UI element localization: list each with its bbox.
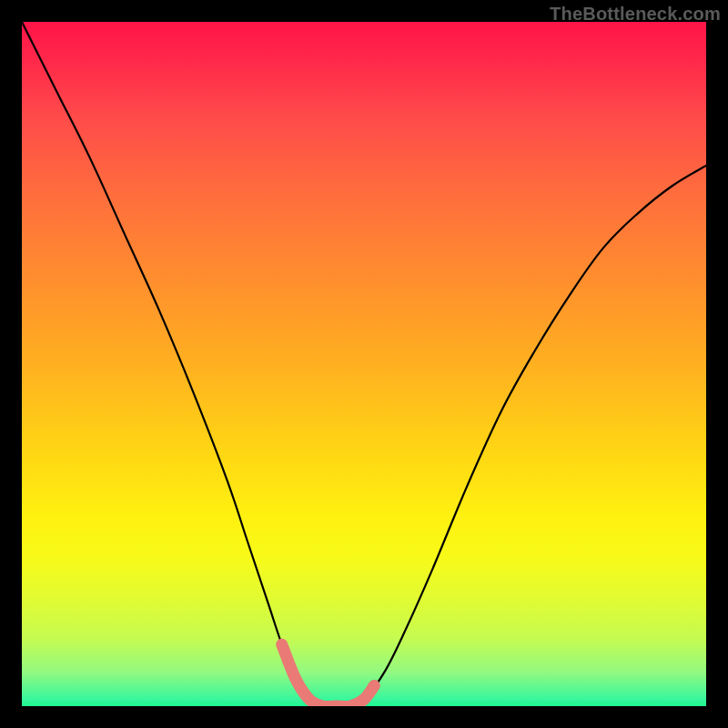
chart-svg — [22, 22, 706, 706]
plot-area — [22, 22, 706, 706]
watermark-text: TheBottleneck.com — [550, 4, 721, 25]
bottleneck-curve-path — [22, 22, 706, 706]
chart-frame: TheBottleneck.com — [0, 0, 728, 728]
optimal-range-highlight-path — [282, 644, 375, 706]
curve-group — [22, 22, 706, 706]
